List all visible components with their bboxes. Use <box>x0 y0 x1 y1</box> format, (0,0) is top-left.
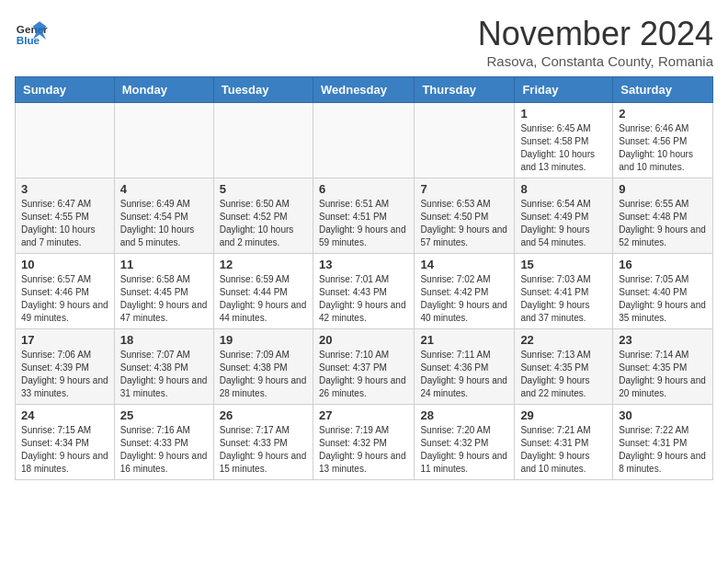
day-info: Sunrise: 6:54 AM Sunset: 4:49 PM Dayligh… <box>520 198 607 249</box>
calendar-table: SundayMondayTuesdayWednesdayThursdayFrid… <box>15 76 713 480</box>
calendar-cell: 7Sunrise: 6:53 AM Sunset: 4:50 PM Daylig… <box>415 178 515 254</box>
day-number: 1 <box>520 107 607 121</box>
calendar-cell: 11Sunrise: 6:58 AM Sunset: 4:45 PM Dayli… <box>114 254 213 329</box>
day-number: 20 <box>319 333 408 347</box>
day-number: 18 <box>120 333 208 347</box>
day-number: 23 <box>619 333 707 347</box>
day-number: 15 <box>520 258 607 271</box>
calendar-cell: 25Sunrise: 7:16 AM Sunset: 4:33 PM Dayli… <box>114 405 213 480</box>
day-number: 11 <box>120 258 208 271</box>
day-info: Sunrise: 7:05 AM Sunset: 4:40 PM Dayligh… <box>619 273 707 325</box>
weekday-header: Thursday <box>415 77 515 103</box>
day-number: 9 <box>619 182 707 196</box>
calendar-cell: 20Sunrise: 7:10 AM Sunset: 4:37 PM Dayli… <box>313 329 414 405</box>
calendar-cell: 19Sunrise: 7:09 AM Sunset: 4:38 PM Dayli… <box>213 329 313 405</box>
day-info: Sunrise: 7:10 AM Sunset: 4:37 PM Dayligh… <box>319 349 408 400</box>
day-number: 27 <box>319 408 408 422</box>
page-header: General Blue November 2024 Rasova, Const… <box>15 15 713 69</box>
day-number: 7 <box>420 182 508 196</box>
day-info: Sunrise: 6:51 AM Sunset: 4:51 PM Dayligh… <box>319 198 408 249</box>
calendar-cell: 21Sunrise: 7:11 AM Sunset: 4:36 PM Dayli… <box>415 329 515 405</box>
day-number: 24 <box>21 408 108 422</box>
day-info: Sunrise: 7:20 AM Sunset: 4:32 PM Dayligh… <box>420 424 508 476</box>
logo-icon: General Blue <box>15 15 48 48</box>
weekday-header: Wednesday <box>313 77 414 103</box>
day-number: 22 <box>520 333 607 347</box>
day-number: 19 <box>220 333 307 347</box>
weekday-header: Tuesday <box>213 77 313 103</box>
calendar-cell: 16Sunrise: 7:05 AM Sunset: 4:40 PM Dayli… <box>613 254 713 329</box>
title-block: November 2024 Rasova, Constanta County, … <box>478 15 713 69</box>
calendar-cell: 23Sunrise: 7:14 AM Sunset: 4:35 PM Dayli… <box>613 329 713 405</box>
calendar-cell: 17Sunrise: 7:06 AM Sunset: 4:39 PM Dayli… <box>16 329 115 405</box>
calendar-cell: 26Sunrise: 7:17 AM Sunset: 4:33 PM Dayli… <box>213 405 313 480</box>
day-info: Sunrise: 7:06 AM Sunset: 4:39 PM Dayligh… <box>21 349 108 400</box>
month-title: November 2024 <box>478 15 713 53</box>
day-info: Sunrise: 6:58 AM Sunset: 4:45 PM Dayligh… <box>120 273 208 325</box>
calendar-cell: 22Sunrise: 7:13 AM Sunset: 4:35 PM Dayli… <box>515 329 613 405</box>
weekday-header: Monday <box>114 77 213 103</box>
calendar-cell: 30Sunrise: 7:22 AM Sunset: 4:31 PM Dayli… <box>613 405 713 480</box>
calendar-cell <box>313 103 414 178</box>
day-number: 14 <box>420 258 508 271</box>
day-info: Sunrise: 6:45 AM Sunset: 4:58 PM Dayligh… <box>520 122 607 174</box>
calendar-cell: 9Sunrise: 6:55 AM Sunset: 4:48 PM Daylig… <box>613 178 713 254</box>
calendar-cell: 27Sunrise: 7:19 AM Sunset: 4:32 PM Dayli… <box>313 405 414 480</box>
day-number: 10 <box>21 258 108 271</box>
day-info: Sunrise: 7:19 AM Sunset: 4:32 PM Dayligh… <box>319 424 408 476</box>
day-info: Sunrise: 7:14 AM Sunset: 4:35 PM Dayligh… <box>619 349 707 400</box>
calendar-cell: 6Sunrise: 6:51 AM Sunset: 4:51 PM Daylig… <box>313 178 414 254</box>
day-info: Sunrise: 7:07 AM Sunset: 4:38 PM Dayligh… <box>120 349 208 400</box>
day-info: Sunrise: 7:13 AM Sunset: 4:35 PM Dayligh… <box>520 349 607 400</box>
calendar-week-row: 10Sunrise: 6:57 AM Sunset: 4:46 PM Dayli… <box>16 254 713 329</box>
day-info: Sunrise: 6:49 AM Sunset: 4:54 PM Dayligh… <box>120 198 208 249</box>
logo: General Blue <box>15 15 48 48</box>
day-info: Sunrise: 6:53 AM Sunset: 4:50 PM Dayligh… <box>420 198 508 249</box>
calendar-cell: 24Sunrise: 7:15 AM Sunset: 4:34 PM Dayli… <box>16 405 115 480</box>
calendar-cell: 18Sunrise: 7:07 AM Sunset: 4:38 PM Dayli… <box>114 329 213 405</box>
calendar-cell: 2Sunrise: 6:46 AM Sunset: 4:56 PM Daylig… <box>613 103 713 178</box>
location-subtitle: Rasova, Constanta County, Romania <box>478 53 713 69</box>
day-number: 8 <box>520 182 607 196</box>
day-info: Sunrise: 7:22 AM Sunset: 4:31 PM Dayligh… <box>619 424 707 476</box>
weekday-header: Saturday <box>613 77 713 103</box>
day-info: Sunrise: 6:47 AM Sunset: 4:55 PM Dayligh… <box>21 198 108 249</box>
weekday-header: Friday <box>515 77 613 103</box>
day-info: Sunrise: 6:59 AM Sunset: 4:44 PM Dayligh… <box>220 273 307 325</box>
calendar-cell: 28Sunrise: 7:20 AM Sunset: 4:32 PM Dayli… <box>415 405 515 480</box>
day-number: 26 <box>220 408 307 422</box>
calendar-cell: 13Sunrise: 7:01 AM Sunset: 4:43 PM Dayli… <box>313 254 414 329</box>
day-info: Sunrise: 7:09 AM Sunset: 4:38 PM Dayligh… <box>220 349 307 400</box>
calendar-cell: 12Sunrise: 6:59 AM Sunset: 4:44 PM Dayli… <box>213 254 313 329</box>
calendar-cell: 14Sunrise: 7:02 AM Sunset: 4:42 PM Dayli… <box>415 254 515 329</box>
day-number: 4 <box>120 182 208 196</box>
calendar-cell: 8Sunrise: 6:54 AM Sunset: 4:49 PM Daylig… <box>515 178 613 254</box>
day-info: Sunrise: 6:57 AM Sunset: 4:46 PM Dayligh… <box>21 273 108 325</box>
day-number: 30 <box>619 408 707 422</box>
calendar-cell: 5Sunrise: 6:50 AM Sunset: 4:52 PM Daylig… <box>213 178 313 254</box>
day-number: 16 <box>619 258 707 271</box>
calendar-cell: 10Sunrise: 6:57 AM Sunset: 4:46 PM Dayli… <box>16 254 115 329</box>
day-info: Sunrise: 7:16 AM Sunset: 4:33 PM Dayligh… <box>120 424 208 476</box>
day-info: Sunrise: 7:03 AM Sunset: 4:41 PM Dayligh… <box>520 273 607 325</box>
day-number: 25 <box>120 408 208 422</box>
day-info: Sunrise: 7:17 AM Sunset: 4:33 PM Dayligh… <box>220 424 307 476</box>
day-number: 3 <box>21 182 108 196</box>
calendar-cell <box>16 103 115 178</box>
calendar-cell: 29Sunrise: 7:21 AM Sunset: 4:31 PM Dayli… <box>515 405 613 480</box>
day-info: Sunrise: 7:01 AM Sunset: 4:43 PM Dayligh… <box>319 273 408 325</box>
calendar-cell: 4Sunrise: 6:49 AM Sunset: 4:54 PM Daylig… <box>114 178 213 254</box>
day-info: Sunrise: 7:21 AM Sunset: 4:31 PM Dayligh… <box>520 424 607 476</box>
calendar-cell: 3Sunrise: 6:47 AM Sunset: 4:55 PM Daylig… <box>16 178 115 254</box>
calendar-week-row: 17Sunrise: 7:06 AM Sunset: 4:39 PM Dayli… <box>16 329 713 405</box>
calendar-cell <box>213 103 313 178</box>
day-info: Sunrise: 6:50 AM Sunset: 4:52 PM Dayligh… <box>220 198 307 249</box>
day-info: Sunrise: 6:46 AM Sunset: 4:56 PM Dayligh… <box>619 122 707 174</box>
calendar-cell: 1Sunrise: 6:45 AM Sunset: 4:58 PM Daylig… <box>515 103 613 178</box>
calendar-week-row: 3Sunrise: 6:47 AM Sunset: 4:55 PM Daylig… <box>16 178 713 254</box>
calendar-week-row: 1Sunrise: 6:45 AM Sunset: 4:58 PM Daylig… <box>16 103 713 178</box>
calendar-week-row: 24Sunrise: 7:15 AM Sunset: 4:34 PM Dayli… <box>16 405 713 480</box>
day-info: Sunrise: 7:02 AM Sunset: 4:42 PM Dayligh… <box>420 273 508 325</box>
day-number: 12 <box>220 258 307 271</box>
day-number: 21 <box>420 333 508 347</box>
